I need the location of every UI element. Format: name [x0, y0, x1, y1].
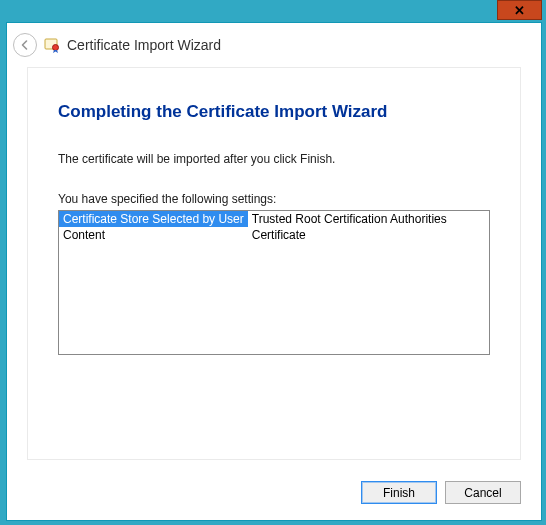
window-close-button[interactable]: ✕ [497, 0, 542, 20]
window-chrome: ✕ Certificate Import Wizard [0, 0, 546, 525]
certificate-wizard-icon [43, 36, 61, 54]
settings-key: Certificate Store Selected by User [59, 211, 248, 227]
finish-button[interactable]: Finish [361, 481, 437, 504]
back-button[interactable] [13, 33, 37, 57]
settings-row[interactable]: Certificate Store Selected by UserTruste… [59, 211, 489, 227]
dialog-footer: Finish Cancel [27, 481, 521, 504]
settings-key: Content [59, 227, 248, 243]
settings-list[interactable]: Certificate Store Selected by UserTruste… [58, 210, 490, 355]
titlebar: ✕ [0, 0, 546, 22]
page-description: The certificate will be imported after y… [58, 152, 490, 166]
settings-label: You have specified the following setting… [58, 192, 490, 206]
dialog-content: Completing the Certificate Import Wizard… [27, 67, 521, 460]
dialog-header: Certificate Import Wizard [7, 23, 541, 67]
page-title: Completing the Certificate Import Wizard [58, 102, 490, 122]
dialog-title: Certificate Import Wizard [67, 37, 221, 53]
dialog-window: Certificate Import Wizard Completing the… [6, 22, 542, 521]
settings-row[interactable]: ContentCertificate [59, 227, 489, 243]
cancel-button[interactable]: Cancel [445, 481, 521, 504]
svg-point-1 [53, 45, 59, 51]
settings-value: Certificate [248, 227, 489, 243]
settings-value: Trusted Root Certification Authorities [248, 211, 489, 227]
close-icon: ✕ [514, 4, 525, 17]
back-arrow-icon [18, 38, 32, 52]
